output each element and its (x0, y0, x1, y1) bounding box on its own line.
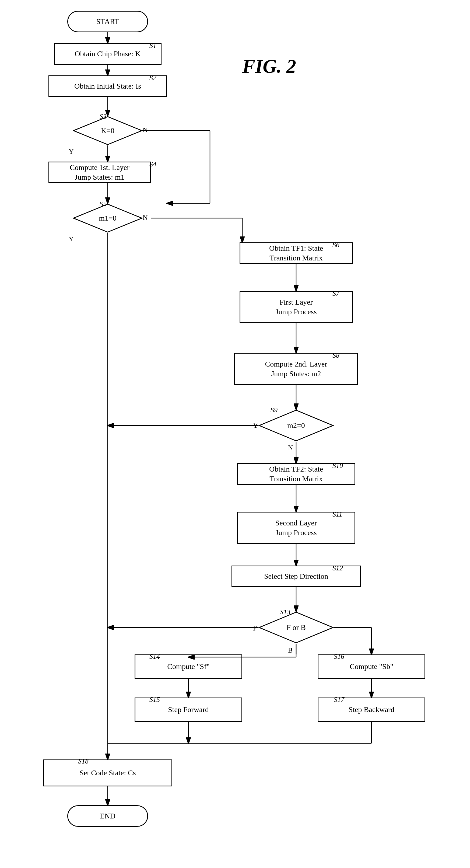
fig-label: FIG. 2 (242, 54, 296, 79)
s2-node: Obtain Initial State: Is (49, 75, 167, 97)
s9-n-label: N (288, 444, 293, 452)
flowchart-container: FIG. 2 START S1 Obtain Chip Phase: K S2 … (0, 0, 470, 868)
s13-f-label: F (253, 624, 257, 632)
s15-node: Step Forward (134, 698, 242, 722)
s3-n-label: N (143, 126, 148, 134)
s9-node: m2=0 (258, 409, 334, 442)
s1-node: Obtain Chip Phase: K (54, 43, 161, 65)
s18-node: Set Code State: Cs (43, 760, 172, 786)
s17-node: Step Backward (318, 698, 425, 722)
s5-y-label: Y (69, 235, 74, 243)
s10-node: Obtain TF2: State Transition Matrix (237, 463, 355, 485)
s3-node: K=0 (73, 116, 143, 146)
s5-n-label: N (143, 214, 148, 222)
s16-node: Compute "Sb" (318, 654, 425, 679)
s14-node: Compute "Sf" (134, 654, 242, 679)
s11-node: Second Layer Jump Process (237, 512, 355, 544)
s6-node: Obtain TF1: State Transition Matrix (240, 242, 353, 264)
s12-node: Select Step Direction (231, 565, 361, 587)
start-node: START (67, 11, 148, 32)
s7-node: First Layer Jump Process (240, 291, 353, 323)
s8-node: Compute 2nd. Layer Jump States: m2 (234, 353, 358, 385)
s13-node: F or B (258, 611, 334, 644)
s3-y-label: Y (69, 148, 74, 156)
s4-node: Compute 1st. Layer Jump States: m1 (49, 162, 151, 183)
s9-y-label: Y (253, 422, 258, 430)
end-node: END (67, 805, 148, 827)
s13-b-label: B (288, 646, 292, 654)
connector-lines (0, 0, 470, 868)
s5-node: m1=0 (73, 203, 143, 233)
